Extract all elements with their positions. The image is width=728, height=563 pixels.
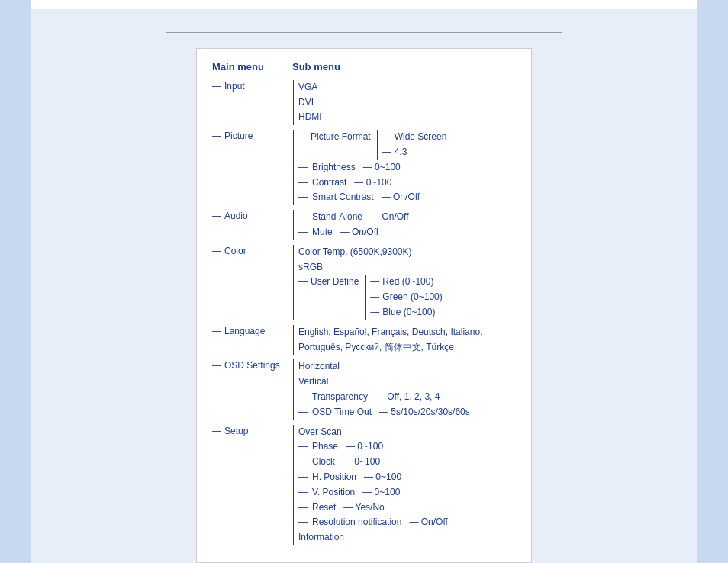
child-item-2: —Blue (0~100) [370, 305, 442, 320]
main-label-text-color: Color [224, 246, 246, 256]
main-label-language: —Language [212, 325, 288, 336]
sub-items-setup: Over Scan—Phase— 0~100—Clock— 0~100—H. P… [293, 425, 516, 545]
child-item-0: —Red (0~100) [370, 275, 442, 290]
main-label-text-osd: OSD Settings [224, 360, 280, 371]
main-label-text-setup: Setup [224, 426, 248, 436]
main-label-setup: —Setup [212, 425, 288, 436]
section-picture: —Picture—Picture Format—Wide Screen—4:3—… [212, 130, 516, 205]
sub-item-picture-1: —Brightness— 0~100 [294, 160, 516, 175]
sub-item-setup-4: —V. Position— 0~100 [294, 485, 516, 500]
main-label-text-audio: Audio [224, 211, 248, 221]
sub-item-color-0: Color Temp. (6500K,9300K) [294, 245, 516, 260]
sub-item-picture-2: —Contrast— 0~100 [294, 175, 516, 191]
child-item-1: —Green (0~100) [370, 290, 442, 305]
sub-item-input-0: VGA [294, 80, 516, 95]
sub-item-label-2: User Define [311, 275, 359, 290]
sub-items-picture: —Picture Format—Wide Screen—4:3—Brightne… [293, 130, 516, 205]
menu-box: Main menu Sub menu —InputVGADVIHDMI—Pict… [196, 48, 532, 563]
sub-item-osd-3: —OSD Time Out— 5s/10s/20s/30s/60s [294, 405, 516, 420]
sub-item-setup-3: —H. Position— 0~100 [294, 470, 516, 485]
sub-item-setup-1: —Phase— 0~100 [294, 439, 516, 455]
child-item-1: —4:3 [382, 145, 447, 160]
sub-items-osd: HorizontalVertical—Transparency— Off, 1,… [293, 359, 516, 420]
sub-items-input: VGADVIHDMI [293, 80, 516, 125]
sub-item-label-0: Picture Format [311, 130, 371, 145]
sub-item-setup-7: Information [294, 530, 516, 545]
main-label-text-input: Input [224, 81, 245, 92]
main-label-color: —Color [212, 245, 288, 256]
center-area: Main menu Sub menu —InputVGADVIHDMI—Pict… [31, 0, 697, 563]
sub-items-language: English, Español, Français, Deutsch, Ita… [293, 325, 516, 355]
sub-item-setup-0: Over Scan [294, 425, 516, 440]
top-bar [31, 0, 697, 9]
sub-menu-label: Sub menu [292, 61, 340, 72]
sub-items-color: Color Temp. (6500K,9300K)sRGB—User Defin… [293, 245, 516, 320]
left-panel [0, 0, 31, 563]
menu-content: —InputVGADVIHDMI—Picture—Picture Format—… [212, 80, 516, 550]
sub-item-language-0: English, Español, Français, Deutsch, Ita… [294, 325, 516, 355]
sub-item-color-1: sRGB [294, 260, 516, 275]
section-color: —ColorColor Temp. (6500K,9300K)sRGB—User… [212, 245, 516, 320]
main-label-audio: —Audio [212, 210, 288, 221]
sub-item-input-2: HDMI [294, 110, 516, 125]
section-osd: —OSD SettingsHorizontalVertical—Transpar… [212, 359, 516, 420]
main-label-text-language: Language [224, 326, 265, 336]
sub-item-input-1: DVI [294, 95, 516, 111]
sub-item-osd-1: Vertical [294, 375, 516, 390]
sub-item-audio-1: —Mute— On/Off [294, 225, 516, 240]
sub-item-osd-2: —Transparency— Off, 1, 2, 3, 4 [294, 390, 516, 405]
sub-item-picture-3: —Smart Contrast— On/Off [294, 190, 516, 205]
main-label-input: —Input [212, 80, 288, 92]
main-label-osd: —OSD Settings [212, 359, 288, 371]
main-menu-label: Main menu [212, 61, 292, 72]
main-label-picture: —Picture [212, 130, 288, 141]
section-audio: —Audio—Stand-Alone— On/Off—Mute— On/Off [212, 210, 516, 240]
sub-item-with-children-0: —Picture Format—Wide Screen—4:3 [294, 130, 516, 160]
sub-items-audio: —Stand-Alone— On/Off—Mute— On/Off [293, 210, 516, 240]
content-wrapper: Main menu Sub menu —InputVGADVIHDMI—Pict… [31, 33, 697, 563]
section-language: —LanguageEnglish, Español, Français, Deu… [212, 325, 516, 355]
sub-item-audio-0: —Stand-Alone— On/Off [294, 210, 516, 225]
section-input: —InputVGADVIHDMI [212, 80, 516, 125]
menu-header: Main menu Sub menu [212, 61, 516, 72]
section-setup: —SetupOver Scan—Phase— 0~100—Clock— 0~10… [212, 425, 516, 545]
right-panel [697, 0, 728, 563]
sub-item-setup-2: —Clock— 0~100 [294, 455, 516, 470]
main-label-text-picture: Picture [224, 130, 253, 141]
sub-item-setup-6: —Resolution notification— On/Off [294, 515, 516, 530]
sub-item-with-children-2: —User Define—Red (0~100)—Green (0~100)—B… [294, 275, 516, 320]
child-item-0: —Wide Screen [382, 130, 447, 145]
sub-item-osd-0: Horizontal [294, 359, 516, 375]
sub-item-setup-5: —Reset— Yes/No [294, 500, 516, 516]
